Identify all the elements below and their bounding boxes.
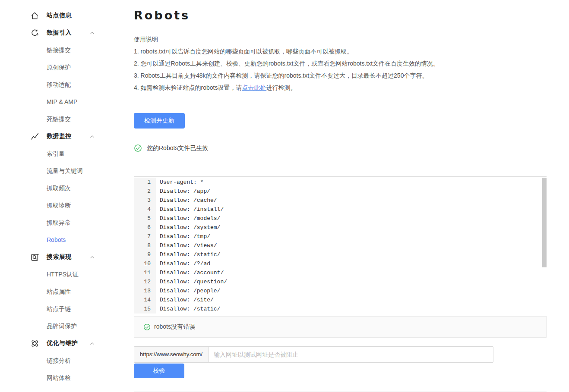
sidebar-item-2-1[interactable]: 流量与关键词 — [0, 162, 106, 179]
app-window: 站点信息数据引入链接提交原创保护移动适配MIP & AMP死链提交数据监控索引量… — [0, 0, 569, 392]
line-number: 12 — [134, 277, 156, 286]
check-here-link[interactable]: 点击此处 — [242, 84, 266, 91]
line-number: 11 — [134, 268, 156, 277]
sidebar-section-label: 优化与维护 — [47, 339, 78, 347]
code-line-text: Disallow: /question/ — [156, 277, 227, 286]
sidebar-section-1[interactable]: 数据引入 — [0, 24, 106, 41]
sidebar-item-2-3[interactable]: 抓取诊断 — [0, 197, 106, 214]
check-circle-icon — [143, 323, 151, 331]
sidebar-section-label: 数据引入 — [47, 29, 72, 37]
code-line-row: 1User-agent: * — [134, 178, 547, 187]
chevron-up-icon — [89, 30, 95, 36]
line-number: 8 — [134, 241, 156, 250]
code-line-row: 7Disallow: /tmp/ — [134, 232, 547, 241]
sidebar-section-label: 数据监控 — [47, 132, 72, 140]
instructions-heading: 使用说明 — [134, 33, 547, 45]
chevron-up-icon — [89, 133, 95, 140]
main-content: Robots 使用说明 1. robots.txt可以告诉百度您网站的哪些页面可… — [106, 0, 569, 392]
data-monitor-icon — [30, 132, 39, 141]
code-line-text: Disallow: /?/ad — [156, 259, 210, 268]
code-line-text: Disallow: /people/ — [156, 286, 220, 295]
line-number: 9 — [134, 250, 156, 259]
code-line-row: 2Disallow: /app/ — [134, 187, 547, 196]
line-number: 5 — [134, 214, 156, 223]
robots-status-row: 您的Robots文件已生效 — [134, 144, 547, 152]
code-line-row: 6Disallow: /system/ — [134, 223, 547, 232]
code-line-text: User-agent: * — [156, 178, 203, 187]
robots-file-viewer[interactable]: 1User-agent: *2Disallow: /app/3Disallow:… — [134, 176, 547, 315]
code-line-text: Disallow: /install/ — [156, 205, 224, 214]
code-line-row: 3Disallow: /cache/ — [134, 196, 547, 205]
detect-update-button[interactable]: 检测并更新 — [134, 113, 185, 129]
line-number: 15 — [134, 304, 156, 314]
check-circle-icon — [134, 144, 142, 152]
sidebar-item-2-0[interactable]: 索引量 — [0, 145, 106, 162]
sidebar-section-label: 搜索展现 — [47, 253, 72, 261]
code-line-text: Disallow: /static/ — [156, 250, 220, 259]
code-line-text: Disallow: /tmp/ — [156, 232, 210, 241]
sidebar-item-2-5[interactable]: Robots — [0, 231, 106, 248]
home-icon — [30, 11, 39, 20]
instruction-2: 2. 您可以通过Robots工具来创建、校验、更新您的robots.txt文件，… — [134, 57, 547, 69]
sidebar-item-3-2[interactable]: 站点子链 — [0, 300, 106, 317]
code-line-text: Disallow: /site/ — [156, 295, 214, 304]
code-line-row: 4Disallow: /install/ — [134, 205, 547, 214]
code-line-text: Disallow: /models/ — [156, 214, 220, 223]
line-number: 7 — [134, 232, 156, 241]
sidebar-section-0[interactable]: 站点信息 — [0, 7, 106, 24]
sidebar-item-1-0[interactable]: 链接提交 — [0, 41, 106, 59]
code-line-text: Disallow: /cache/ — [156, 196, 217, 205]
sidebar-item-1-2[interactable]: 移动适配 — [0, 76, 106, 93]
code-line-text: Disallow: /account/ — [156, 268, 224, 277]
line-number: 6 — [134, 223, 156, 232]
instruction-1: 1. robots.txt可以告诉百度您网站的哪些页面可以被抓取，哪些页面不可以… — [134, 45, 547, 57]
test-url-input[interactable] — [209, 347, 493, 362]
sidebar-section-3[interactable]: 搜索展现 — [0, 248, 106, 266]
url-test-group: https://www.seowhy.com/ — [134, 346, 493, 363]
code-lines: 1User-agent: *2Disallow: /app/3Disallow:… — [134, 178, 547, 314]
chevron-up-icon — [89, 254, 95, 260]
scrollbar-thumb[interactable] — [542, 178, 547, 267]
code-line-text: Disallow: /static/ — [156, 304, 220, 314]
chevron-up-icon — [89, 340, 95, 347]
line-number: 10 — [134, 259, 156, 268]
sidebar-section-2[interactable]: 数据监控 — [0, 128, 106, 145]
code-line-text: Disallow: /views/ — [156, 241, 217, 250]
sidebar-item-4-0[interactable]: 链接分析 — [0, 352, 106, 369]
code-line-row: 13Disallow: /people/ — [134, 286, 547, 295]
url-prefix: https://www.seowhy.com/ — [134, 347, 209, 362]
instruction-4-text: 4. 如需检测未验证站点的robots设置，请 — [134, 84, 242, 91]
usage-instructions: 使用说明 1. robots.txt可以告诉百度您网站的哪些页面可以被抓取，哪些… — [134, 33, 547, 94]
code-line-text: Disallow: /app/ — [156, 187, 210, 196]
line-number: 2 — [134, 187, 156, 196]
validation-result-text: robots没有错误 — [154, 323, 195, 331]
sidebar-item-3-0[interactable]: HTTPS认证 — [0, 266, 106, 283]
line-number: 1 — [134, 178, 156, 187]
sidebar-item-1-3[interactable]: MIP & AMP — [0, 93, 106, 110]
robots-status-text: 您的Robots文件已生效 — [147, 144, 208, 152]
instruction-4-text-after: 进行检测。 — [266, 84, 296, 91]
instruction-3: 3. Robots工具目前支持48k的文件内容检测，请保证您的robots.tx… — [134, 69, 547, 82]
code-line-row: 5Disallow: /models/ — [134, 214, 547, 223]
code-line-text: Disallow: /system/ — [156, 223, 220, 232]
sidebar-item-4-2[interactable]: 网站改版 — [0, 386, 106, 392]
code-line-row: 10Disallow: /?/ad — [134, 259, 547, 268]
search-display-icon — [30, 253, 39, 262]
sidebar-item-1-1[interactable]: 原创保护 — [0, 59, 106, 76]
sidebar-item-4-1[interactable]: 网站体检 — [0, 369, 106, 386]
code-line-row: 9Disallow: /static/ — [134, 250, 547, 259]
code-line-row: 12Disallow: /question/ — [134, 277, 547, 286]
sidebar-item-1-4[interactable]: 死链提交 — [0, 110, 106, 128]
sidebar-item-3-1[interactable]: 站点属性 — [0, 283, 106, 300]
validate-button[interactable]: 校验 — [134, 364, 184, 378]
sidebar-section-label: 站点信息 — [47, 12, 72, 19]
instruction-4: 4. 如需检测未验证站点的robots设置，请点击此处进行检测。 — [134, 82, 547, 94]
sidebar-item-2-4[interactable]: 抓取异常 — [0, 214, 106, 231]
code-line-row: 11Disallow: /account/ — [134, 268, 547, 277]
sidebar-section-4[interactable]: 优化与维护 — [0, 335, 106, 352]
line-number: 14 — [134, 295, 156, 304]
sidebar-item-2-2[interactable]: 抓取频次 — [0, 179, 106, 197]
line-number: 4 — [134, 205, 156, 214]
sidebar-item-3-3[interactable]: 品牌词保护 — [0, 317, 106, 335]
sidebar-nav: 站点信息数据引入链接提交原创保护移动适配MIP & AMP死链提交数据监控索引量… — [0, 0, 106, 392]
